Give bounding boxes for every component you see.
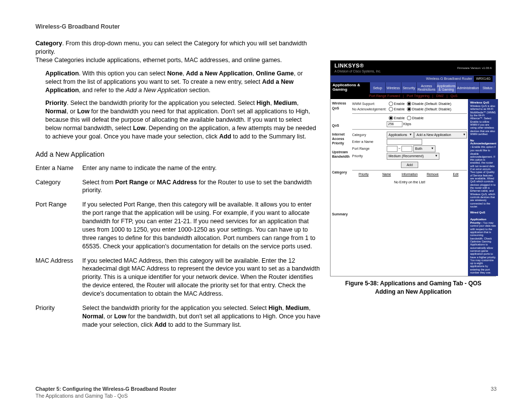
bullet-priority: Priority. Select the bandwidth priority … (45, 99, 316, 140)
radio-iap-enable[interactable] (389, 116, 393, 120)
intro-paragraph: Category. From this drop-down menu, you … (35, 39, 321, 65)
figure-column: LINKSYS® A Division of Cisco Systems, In… (330, 39, 497, 335)
priority-select[interactable]: Medium (Recommend) (387, 153, 439, 160)
tab-apps-gaming[interactable]: Applications & Gaming (436, 82, 457, 93)
portrange-row: Port Range ~ Both (352, 145, 467, 152)
subtab-portforward[interactable]: Port Range Forward (369, 94, 400, 98)
subtab-dmz[interactable]: DMZ (436, 94, 444, 98)
firmware-version: Firmware Version: v1.00.6 (457, 66, 492, 70)
radio-noack-enable[interactable] (389, 107, 393, 111)
add-row: Add (352, 162, 467, 168)
form-area: WMM Support: Enable Disable (Default: Di… (351, 99, 468, 276)
definition-list: Enter a Name Enter any name to indicate … (35, 164, 321, 335)
radio-wmm-enable[interactable] (389, 102, 393, 106)
radio-iap-disable[interactable] (407, 116, 411, 120)
page-number: 33 (491, 385, 497, 392)
main-tabs: Applications & Gaming Setup Wireless Sec… (331, 82, 496, 93)
shot-header: LINKSYS® A Division of Cisco Systems, In… (331, 61, 496, 75)
noack-row: No Acknowledgement: Enable Disable (Defa… (352, 107, 467, 111)
figure-caption: Figure 5-38: Applications and Gaming Tab… (330, 279, 497, 295)
section-heading: Add a New Application (35, 150, 321, 159)
brand-logo: LINKSYS® (334, 62, 381, 69)
shot-body: Wireless QoS QoS Internet Access Priorit… (331, 99, 496, 276)
page-footer: 33 Chapter 5: Configuring the Wireless-G… (35, 385, 497, 399)
row-port-range: Port Range If you selected Port Range, t… (35, 201, 321, 256)
no-entry-text: No Entry on the List! (352, 180, 467, 184)
bandwidth-row: 256 Kbps (352, 121, 467, 127)
row-priority: Priority Select the bandwidth priority f… (35, 304, 321, 335)
name-row: Enter a Name (352, 139, 467, 145)
intro-label: Category (35, 40, 62, 47)
document-page: Wireless-G Broadband Router Category. Fr… (0, 0, 532, 411)
row-mac-address: MAC Address If you selected MAC Address,… (35, 257, 321, 304)
application-select[interactable]: Add a New Application (414, 132, 467, 138)
port-from-input[interactable] (387, 146, 398, 152)
priority-row: Priority Medium (Recommend) (352, 153, 467, 160)
active-section-label: Applications & Gaming (331, 82, 370, 93)
radio-noack-disable[interactable] (407, 107, 411, 111)
left-label-column: Wireless QoS QoS Internet Access Priorit… (331, 99, 351, 276)
category-row: Category Applications Add a New Applicat… (352, 132, 467, 138)
subtab-porttrigger[interactable]: Port Triggering (407, 94, 430, 98)
title-bar: Wireless-G Broadband Router WRX14G (331, 75, 496, 82)
tab-admin[interactable]: Administration (457, 82, 480, 93)
port-to-input[interactable] (401, 146, 412, 152)
tab-setup[interactable]: Setup (370, 82, 386, 93)
name-input[interactable] (387, 139, 422, 145)
iap-row: Enable Disable (352, 116, 467, 120)
subtab-qos[interactable]: QoS (451, 94, 458, 98)
row-enter-name: Enter a Name Enter any name to indicate … (35, 164, 321, 178)
footer-chapter: Chapter 5: Configuring the Wireless-G Br… (35, 386, 176, 392)
text-column: Category. From this drop-down menu, you … (35, 39, 321, 335)
wmm-row: WMM Support: Enable Disable (Default: Di… (352, 102, 467, 106)
help-sidebar: Wireless QoS Wireless QoS is also referr… (468, 99, 498, 276)
category-select[interactable]: Applications (387, 132, 414, 138)
footer-section: The Applications and Gaming Tab - QoS (35, 393, 128, 399)
protocol-select[interactable]: Both (413, 145, 435, 152)
two-column-layout: Category. From this drop-down menu, you … (35, 39, 497, 335)
summary-header: Priority Name Information Remove Edit (352, 172, 467, 177)
bullet-application: Application. With this option you can se… (45, 69, 316, 95)
radio-wmm-disable[interactable] (407, 102, 411, 106)
row-category: Category Select from Port Range or MAC A… (35, 178, 321, 201)
tab-status[interactable]: Status (480, 82, 496, 93)
add-button[interactable]: Add (401, 162, 418, 168)
router-screenshot: LINKSYS® A Division of Cisco Systems, In… (330, 60, 496, 276)
tab-security[interactable]: Security (401, 82, 417, 93)
product-header: Wireless-G Broadband Router (35, 23, 497, 31)
sub-tabs: Port Range Forward| Port Triggering| DMZ… (331, 93, 496, 99)
bandwidth-input[interactable]: 256 (387, 121, 402, 127)
tab-wireless[interactable]: Wireless (386, 82, 401, 93)
tab-access[interactable]: Access Restrictions (417, 82, 436, 93)
